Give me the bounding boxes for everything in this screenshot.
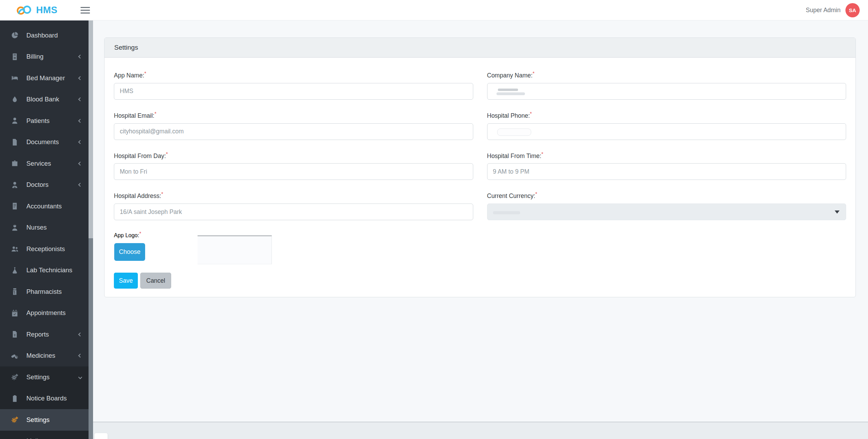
chevron-left-icon [78,161,82,165]
brand-title: HMS [36,5,58,16]
envelope-icon [10,437,19,439]
sidebar-item-reports[interactable]: Reports [0,324,89,345]
field-label: App Logo:* [114,232,141,238]
sidebar-item-dashboard[interactable]: Dashboard [0,25,89,46]
hamburger-menu-icon[interactable] [79,6,91,15]
field-label: Hospital From Day:* [114,150,473,160]
briefcase-icon [10,159,19,168]
sidebar-submenu-item-settings[interactable]: Settings [0,409,89,431]
gears-icon [10,373,19,381]
field-label: Hospital Email:* [114,109,473,120]
sidebar-item-billing[interactable]: Billing [0,46,89,68]
chevron-left-icon [78,98,82,101]
topbar-user-area[interactable]: Super Admin SA [806,3,868,17]
form-field-app-name: App Name:* HMS [114,69,473,100]
sidebar-item-label: Reports [26,331,79,338]
flask-icon [10,266,19,274]
chevron-left-icon [78,354,82,358]
chevron-left-icon [78,332,82,336]
sidebar-item-label: Blood Bank [26,96,79,103]
sidebar-item-bed-manager[interactable]: Bed Manager [0,67,89,89]
form-field-hospital-phone: Hospital Phone:* [487,109,846,140]
chevron-left-icon [78,55,82,59]
hospital-email-input[interactable]: cityhospital@gmail.com [114,123,473,140]
sidebar-item-label: Dashboard [26,32,82,39]
hospital-from-time-input[interactable]: 9 AM to 9 PM [487,163,846,180]
sidebar-item-label: Documents [26,138,79,146]
hospital-from-day-input[interactable]: Mon to Fri [114,163,473,180]
scrollbar-thumb[interactable] [89,238,93,439]
company-name-input[interactable] [487,83,846,100]
form-actions: Save Cancel [114,273,846,289]
sidebar-item-label: Billing [26,53,79,60]
footer-widget [94,433,108,439]
required-asterisk: * [535,191,537,197]
chevron-down-icon [78,375,82,379]
hospital-address-input[interactable]: 16/A saint Joseph Park [114,204,473,220]
clipboard-icon [10,394,19,403]
save-button[interactable]: Save [114,273,138,289]
sidebar-item-label: Settings [26,373,79,381]
sidebar-item-label: Receptionists [26,245,82,253]
user-injured-icon [10,117,19,125]
sidebar-item-label: Mail [26,437,82,439]
sidebar-item-blood-bank[interactable]: Blood Bank [0,89,89,110]
page-title: Settings [114,44,138,51]
sidebar-item-label: Pharmacists [26,288,82,296]
chart-pie-icon [10,31,19,40]
sidebar-item-label: Services [26,160,79,167]
sidebar-item-label: Lab Technicians [26,266,82,274]
file-icon [10,138,19,146]
sidebar-item-services[interactable]: Services [0,153,89,174]
user-doctor-icon [10,181,19,189]
field-label: App Name:* [114,69,473,80]
sidebar-item-label: Accountants [26,202,82,210]
sidebar-item-patients[interactable]: Patients [0,110,89,132]
droplet-icon [10,95,19,103]
sidebar-item-pharmacists[interactable]: Pharmacists [0,281,89,303]
prescription-bottle-icon [10,288,19,296]
choose-file-button[interactable]: Choose [114,243,145,261]
required-asterisk: * [139,230,141,236]
sidebar-item-settings[interactable]: Settings [0,366,89,388]
sidebar-item-lab-technicians[interactable]: Lab Technicians [0,260,89,281]
brand[interactable]: HMS [0,4,58,16]
current-currency-select[interactable] [487,204,846,220]
sidebar-item-appointments[interactable]: Appointments [0,303,89,324]
sidebar-item-label: Appointments [26,309,82,317]
app-name-input[interactable]: HMS [114,83,473,100]
sidebar-item-label: Bed Manager [26,74,79,82]
sidebar-item-label: Nurses [26,224,82,231]
form-field-hospital-from-time: Hospital From Time:* 9 AM to 9 PM [487,150,846,180]
sidebar-item-receptionists[interactable]: Receptionists [0,238,89,260]
sidebar-item-documents[interactable]: Documents [0,132,89,153]
avatar[interactable]: SA [845,3,860,17]
required-asterisk: * [166,151,168,157]
pills-icon [10,351,19,360]
sidebar-submenu-item-mail[interactable]: Mail [0,431,89,439]
hospital-phone-input[interactable] [487,123,846,140]
field-label: Hospital From Time:* [487,150,846,160]
form-field-app-logo: App Logo:* Choose [114,230,846,264]
user-name-label: Super Admin [806,7,841,14]
required-asterisk: * [144,70,147,76]
sidebar-item-doctors[interactable]: Doctors [0,174,89,196]
chevron-left-icon [78,140,82,144]
chevron-left-icon [78,119,82,123]
form-field-hospital-from-day: Hospital From Day:* Mon to Fri [114,150,473,180]
chevron-left-icon [78,76,82,80]
sidebar-item-nurses[interactable]: Nurses [0,217,89,239]
sidebar-item-accountants[interactable]: Accountants [0,196,89,217]
app-logo-preview [198,235,272,264]
cancel-button[interactable]: Cancel [140,273,171,289]
sidebar-scrollbar[interactable] [89,20,93,439]
form-field-current-currency: Current Currency:* [487,190,846,220]
users-icon [10,245,19,253]
calendar-check-icon [10,309,19,317]
sidebar-submenu-item-notice-boards[interactable]: Notice Boards [0,388,89,409]
sidebar-item-label: Patients [26,117,79,125]
topbar: HMS Super Admin SA [0,0,868,20]
sidebar-item-medicines[interactable]: Medicines [0,345,89,367]
sidebar-item-label: Medicines [26,352,79,359]
field-label: Company Name:* [487,69,846,80]
